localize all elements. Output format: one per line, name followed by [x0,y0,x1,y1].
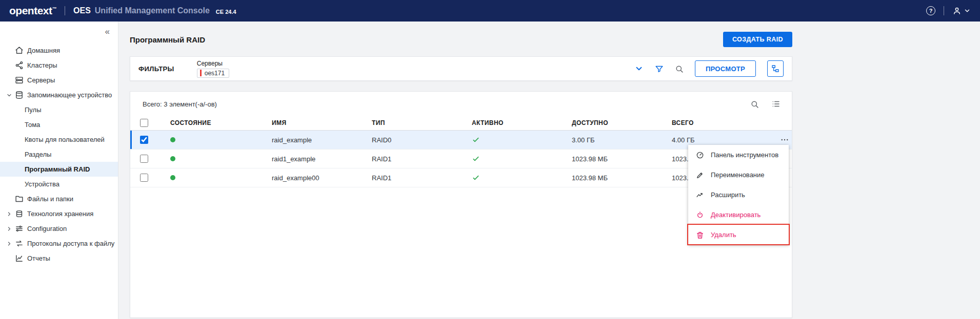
table-search-icon[interactable] [750,100,759,109]
column-header-status: СОСТОЯНИЕ [158,119,259,126]
user-menu-button[interactable] [952,6,971,15]
status-online-dot [170,137,175,142]
raid-name: raid_example [259,136,359,144]
status-online-dot [170,175,175,180]
sidebar-item-partitions[interactable]: Разделы [0,147,118,162]
menu-item-rename[interactable]: Переименование [688,165,789,185]
page: opentext™ OES Unified Management Console… [0,0,980,319]
main-content: Программный RAID СОЗДАТЬ RAID ФИЛЬТРЫ Се… [118,22,980,319]
sidebar-item-volumes[interactable]: Тома [0,117,118,132]
row-checkbox[interactable] [140,174,148,182]
row-actions-context-menu: Панель инструментов Переименование Расши… [688,145,789,245]
version-badge: CE 24.4 [216,9,236,15]
filter-group-servers: Серверы oes171 [197,60,229,78]
menu-item-label: Переименование [711,171,765,179]
row-actions-menu-icon[interactable] [780,135,789,144]
rename-icon [696,171,704,179]
sidebar-item-label: Программный RAID [25,165,90,173]
page-title: Программный RAID [130,35,205,44]
chip-label: oes171 [205,70,225,77]
product-title: Unified Management Console [95,6,210,15]
sidebar-item-label: Технология хранения [27,210,93,218]
trademark: ™ [52,6,57,11]
table-header-row: СОСТОЯНИЕ ИМЯ ТИП АКТИВНО ДОСТУПНО ВСЕГО [130,115,792,131]
sidebar-item-label: Пулы [25,106,42,114]
chevron-down-icon [964,7,971,14]
reports-icon [15,254,27,263]
tree-view-button[interactable] [767,60,784,77]
server-filter-chip: oes171 [197,69,229,78]
filters-search-icon[interactable] [675,65,684,73]
header-divider [65,6,65,15]
sidebar-item-file-access-protocols[interactable]: Протоколы доступа к файлу [0,236,118,251]
sidebar-nav: Домашняя Кластеры Серверы Запоминающее у… [0,43,118,266]
delete-icon [696,231,704,239]
menu-item-label: Панель инструментов [711,151,778,159]
raid-name: raid1_example [259,155,359,163]
column-header-total: ВСЕГО [659,119,759,126]
product-name: OES [73,6,91,15]
chevron-right-icon [6,241,15,247]
sidebar-item-label: Квоты для пользователей [25,136,105,143]
menu-item-dashboard[interactable]: Панель инструментов [688,145,789,165]
storage-technology-icon [15,209,27,218]
expand-icon [696,191,704,199]
active-check-icon [472,174,480,182]
sidebar-item-label: Тома [25,121,40,129]
sidebar-item-reports[interactable]: Отчеты [0,251,118,266]
sidebar-item-clusters[interactable]: Кластеры [0,58,118,73]
list-view-icon[interactable] [771,99,781,109]
servers-icon [15,76,27,84]
sidebar-item-label: Разделы [25,151,51,158]
view-button[interactable]: ПРОСМОТР [695,60,756,77]
raid-available: 1023.98 МБ [559,174,659,182]
sidebar-item-files-folders[interactable]: Файлы и папки [0,192,118,206]
raid-type: RAID0 [359,136,459,144]
sidebar-item-storage[interactable]: Запоминающее устройство [0,88,118,102]
raid-total: 4.00 ГБ [659,136,759,144]
opentext-logo: opentext™ [9,5,56,17]
column-header-type: ТИП [359,119,459,126]
sidebar-collapse-button[interactable]: « [105,27,110,36]
menu-item-delete[interactable]: Удалить [688,225,789,245]
filter-funnel-icon[interactable] [655,65,664,73]
row-checkbox[interactable] [140,155,148,163]
header-actions: ? [926,6,971,15]
sidebar-item-home[interactable]: Домашняя [0,43,118,58]
sidebar-item-configuration[interactable]: Configuration [0,221,118,236]
app-header: opentext™ OES Unified Management Console… [0,0,980,22]
collapse-filters-chevron-icon[interactable] [634,64,644,73]
sidebar-item-pools[interactable]: Пулы [0,102,118,117]
sidebar-item-label: Кластеры [27,61,57,69]
sidebar-item-label: Запоминающее устройство [27,91,112,99]
row-checkbox[interactable] [140,136,148,144]
menu-item-deactivate[interactable]: Деактивировать [688,205,789,225]
sidebar-item-software-raid[interactable]: Программный RAID [0,162,118,177]
sidebar: « Домашняя Кластеры Серверы [0,22,118,319]
sidebar-item-label: Серверы [27,76,55,84]
menu-item-label: Расширить [711,191,745,199]
sidebar-item-storage-technology[interactable]: Технология хранения [0,206,118,221]
chevron-down-icon [6,92,15,98]
chevron-right-icon [6,211,15,217]
menu-item-label: Удалить [711,231,736,239]
home-icon [15,46,27,55]
select-all-checkbox[interactable] [140,119,148,127]
sidebar-item-label: Домашняя [27,47,60,54]
dashboard-icon [696,151,704,159]
header-divider [944,6,944,15]
sidebar-item-devices[interactable]: Устройства [0,177,118,192]
raid-type: RAID1 [359,155,459,163]
raid-type: RAID1 [359,174,459,182]
active-check-icon [472,136,480,144]
column-header-active: АКТИВНО [459,119,559,126]
chip-status-bar [200,70,202,76]
sidebar-item-user-quotas[interactable]: Квоты для пользователей [0,132,118,147]
sidebar-item-servers[interactable]: Серверы [0,73,118,88]
create-raid-button[interactable]: СОЗДАТЬ RAID [723,32,792,47]
menu-item-expand[interactable]: Расширить [688,185,789,205]
column-header-available: ДОСТУПНО [559,119,659,126]
raid-name: raid_example00 [259,174,359,182]
help-icon[interactable]: ? [926,6,935,15]
raid-available: 3.00 ГБ [559,136,659,144]
